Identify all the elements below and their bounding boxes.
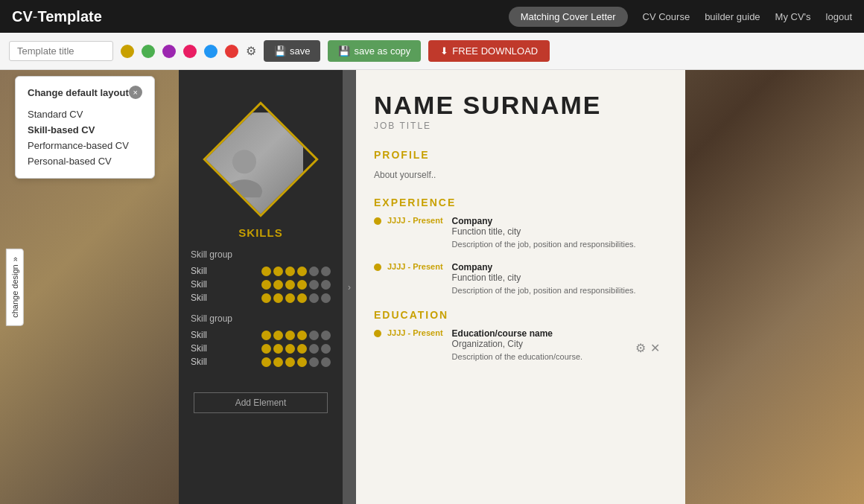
dot[interactable]: [285, 357, 295, 367]
exp-2-content: Company Function title, city Description…: [452, 262, 667, 296]
copy-icon: 💾: [338, 45, 350, 57]
skill-dots-1-1: [261, 267, 331, 276]
dot[interactable]: [261, 344, 271, 354]
logout-link[interactable]: logout: [826, 11, 852, 22]
download-icon: ⬇: [440, 45, 448, 57]
logo-template-text: Template: [37, 8, 101, 25]
logo-dash: -: [33, 8, 38, 25]
change-design-tab[interactable]: change design »: [6, 249, 24, 326]
dot[interactable]: [309, 293, 319, 303]
color-dot-purple[interactable]: [162, 45, 176, 58]
exp-2-date: JJJJ - Present: [387, 262, 443, 271]
dot[interactable]: [297, 357, 307, 367]
dot[interactable]: [297, 267, 307, 276]
exp-1-desc[interactable]: Description of the job, position and res…: [452, 239, 667, 250]
dot[interactable]: [285, 331, 295, 340]
dot[interactable]: [285, 280, 295, 290]
add-element-button[interactable]: Add Element: [194, 392, 328, 413]
cv-column-divider[interactable]: ›: [343, 70, 356, 504]
save-copy-button[interactable]: 💾 save as copy: [328, 40, 421, 62]
color-dot-green[interactable]: [142, 45, 155, 58]
cv-photo-diamond[interactable]: [203, 101, 319, 217]
my-cvs-link[interactable]: My CV's: [775, 11, 811, 22]
skill-row-1-1: Skill: [191, 266, 331, 276]
skill-dots-2-1: [261, 331, 331, 340]
skill-dots-1-3: [261, 293, 331, 303]
cv-job-title[interactable]: JOB TITLE: [374, 121, 667, 131]
dot[interactable]: [309, 357, 319, 367]
color-dot-pink[interactable]: [183, 45, 197, 58]
section-delete-icon[interactable]: ✕: [650, 341, 660, 355]
svg-point-0: [232, 150, 256, 173]
dot[interactable]: [285, 344, 295, 354]
dot[interactable]: [297, 344, 307, 354]
color-dot-gold[interactable]: [121, 45, 134, 58]
edu-1-date: JJJJ - Present: [387, 328, 443, 337]
dot[interactable]: [273, 280, 283, 290]
dot[interactable]: [309, 344, 319, 354]
edu-1-name[interactable]: Education/course name: [452, 328, 667, 339]
layout-option-performance[interactable]: Performance-based CV: [28, 138, 142, 153]
exp-2-company[interactable]: Company: [452, 262, 667, 272]
template-title-input[interactable]: [9, 41, 113, 61]
settings-icon[interactable]: ⚙: [246, 44, 256, 58]
dot[interactable]: [261, 293, 271, 303]
exp-1-company[interactable]: Company: [452, 216, 667, 226]
exp-2-function[interactable]: Function title, city: [452, 272, 667, 283]
dot[interactable]: [285, 293, 295, 303]
skill-name-1-1: Skill: [191, 266, 235, 276]
layout-option-personal[interactable]: Personal-based CV: [28, 153, 142, 169]
layout-option-standard[interactable]: Standard CV: [28, 106, 142, 122]
cv-profile-text[interactable]: About yourself..: [374, 168, 667, 182]
dot[interactable]: [321, 293, 331, 303]
dot[interactable]: [273, 331, 283, 340]
cv-left-column: SKILLS Skill group Skill: [179, 70, 343, 504]
dot[interactable]: [261, 357, 271, 367]
layout-option-skill[interactable]: Skill-based CV: [28, 122, 142, 138]
dot[interactable]: [273, 293, 283, 303]
builder-guide-link[interactable]: builder guide: [705, 11, 760, 22]
dot[interactable]: [273, 357, 283, 367]
exp-2-desc[interactable]: Description of the job, position and res…: [452, 285, 667, 296]
dot[interactable]: [273, 267, 283, 276]
cv-skills-section: SKILLS Skill group Skill: [191, 226, 331, 370]
exp-1-function[interactable]: Function title, city: [452, 226, 667, 237]
skill-dots-2-2: [261, 344, 331, 354]
dot[interactable]: [273, 344, 283, 354]
dot[interactable]: [309, 267, 319, 276]
cv-right-column: NAME SURNAME JOB TITLE PROFILE About you…: [356, 70, 685, 504]
layout-popup-close-button[interactable]: ×: [129, 86, 142, 99]
dot[interactable]: [321, 331, 331, 340]
education-item-1: JJJJ - Present Education/course name Org…: [374, 328, 667, 363]
download-button[interactable]: ⬇ FREE DOWNLOAD: [428, 40, 550, 62]
logo-cv-text: CV: [12, 8, 33, 25]
color-dot-blue[interactable]: [204, 45, 217, 58]
skill-row-2-2: Skill: [191, 343, 331, 354]
color-dot-red[interactable]: [225, 45, 238, 58]
dot[interactable]: [285, 267, 295, 276]
dot[interactable]: [321, 280, 331, 290]
skill-name-2-3: Skill: [191, 357, 235, 367]
skill-row-2-3: Skill: [191, 357, 331, 367]
save-button[interactable]: 💾 save: [264, 40, 320, 62]
dot[interactable]: [309, 331, 319, 340]
dot[interactable]: [261, 280, 271, 290]
dot[interactable]: [321, 344, 331, 354]
dot[interactable]: [297, 280, 307, 290]
dot[interactable]: [321, 267, 331, 276]
dot[interactable]: [261, 267, 271, 276]
section-settings-icon[interactable]: ⚙: [635, 341, 646, 355]
matching-cover-letter-button[interactable]: Matching Cover Letter: [509, 7, 628, 27]
cv-photo-placeholder: [203, 112, 303, 217]
dot[interactable]: [321, 357, 331, 367]
dot[interactable]: [297, 293, 307, 303]
save-copy-label: save as copy: [354, 45, 410, 57]
dot[interactable]: [297, 331, 307, 340]
dot[interactable]: [261, 331, 271, 340]
dot[interactable]: [309, 280, 319, 290]
layout-popup-header: Change default layout ×: [28, 86, 142, 99]
cv-course-link[interactable]: CV Course: [643, 11, 690, 22]
cv-education-section-title: EDUCATION: [374, 309, 667, 321]
divider-arrow-icon: ›: [348, 282, 351, 293]
cv-name[interactable]: NAME SURNAME: [374, 92, 667, 118]
